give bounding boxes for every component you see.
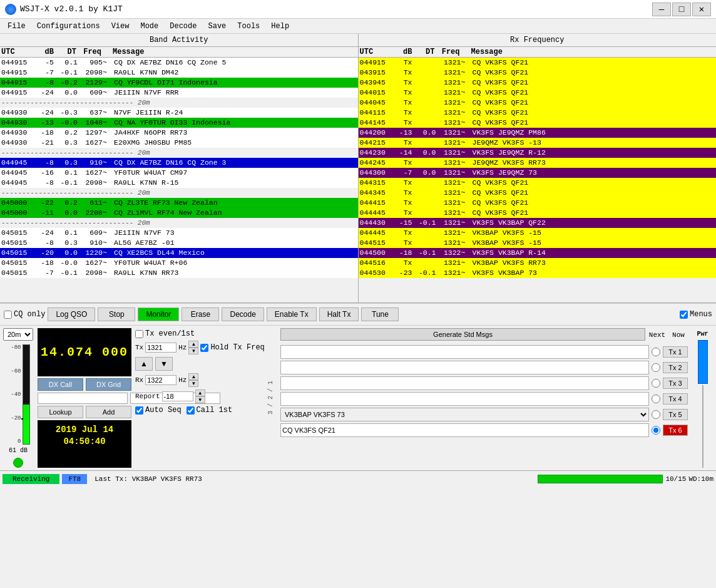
table-row[interactable]: -------------------------------- 20m <box>0 148 358 158</box>
tx4-button[interactable]: Tx 4 <box>663 393 688 405</box>
rx-freq-up[interactable]: ▲ <box>188 373 198 380</box>
tx5-select[interactable]: VK3BAP VK3FS 73 <box>280 408 649 421</box>
menu-file[interactable]: File <box>3 21 31 32</box>
minimize-button[interactable]: — <box>652 3 671 16</box>
table-row[interactable]: 044915 -7 -0.1 2098 ~ RA9LL K7NN DM42 <box>0 68 358 78</box>
tx1-button[interactable]: Tx 1 <box>663 346 688 358</box>
table-row[interactable]: 044930 -13 -0.0 1048 ~ CQ NA YF0TUR OI33… <box>0 118 358 128</box>
table-row[interactable]: 045000 -22 0.2 611 ~ CQ ZL3TE RF73 New Z… <box>0 198 358 208</box>
generate-std-msgs-button[interactable]: Generate Std Msgs <box>280 328 645 341</box>
tx-even-checkbox[interactable] <box>135 330 143 338</box>
table-row[interactable]: 044300 -7 0.0 1321 ~ VK3FS JE9QMZ 73 <box>359 168 717 178</box>
tx1-radio[interactable] <box>652 348 660 356</box>
table-row[interactable]: 044200 -13 0.0 1321 ~ VK3FS JE9QMZ PM86 <box>359 128 717 138</box>
menus-checkbox[interactable] <box>680 311 688 319</box>
menu-configurations[interactable]: Configurations <box>32 21 105 32</box>
table-row[interactable]: 045015 -20 0.0 1220 ~ CQ XE2BCS DL44 Mex… <box>0 248 358 258</box>
tx-even-label[interactable]: Tx even/1st <box>135 329 260 338</box>
monitor-button[interactable]: Monitor <box>138 307 179 321</box>
decode-button[interactable]: Decode <box>222 307 263 321</box>
menu-decode[interactable]: Decode <box>165 21 202 32</box>
table-row[interactable]: 044930 -21 0.3 1627 ~ E20XMG JH0SBU PM85 <box>0 138 358 148</box>
tx3-radio[interactable] <box>652 379 660 388</box>
tx6-input[interactable] <box>280 423 649 437</box>
tx2-input[interactable] <box>280 361 649 374</box>
table-row[interactable]: 044915 -24 0.0 609 ~ JE1IIN N7VF RRR <box>0 88 358 98</box>
freq-up-button[interactable]: ▲ <box>135 357 153 371</box>
band-select[interactable]: 20m <box>3 328 33 341</box>
table-row[interactable]: 044515 Tx 1321 ~ VK3BAP VK3FS -15 <box>359 238 717 248</box>
rx-freq-down[interactable]: ▼ <box>188 380 198 387</box>
table-row[interactable]: 044345 Tx 1321 ~ CQ VK3FS QF21 <box>359 188 717 198</box>
add-button[interactable]: Add <box>86 406 131 418</box>
tx2-button[interactable]: Tx 2 <box>663 362 688 373</box>
table-row[interactable]: 044530 -23 -0.1 1321 ~ VK3FS VK3BAP 73 <box>359 268 717 278</box>
table-row[interactable]: 044245 Tx 1321 ~ JE9QMZ VK3FS RR73 <box>359 158 717 168</box>
table-row[interactable]: 044445 Tx 1321 ~ VK3BAP VK3FS -15 <box>359 228 717 238</box>
tx1-input[interactable] <box>280 345 649 359</box>
close-button[interactable]: ✕ <box>692 3 711 16</box>
table-row[interactable]: 045015 -8 0.3 910 ~ AL5G AE7BZ -01 <box>0 238 358 248</box>
tx-freq-up[interactable]: ▲ <box>188 341 198 348</box>
table-row[interactable]: 044415 Tx 1321 ~ CQ VK3FS QF21 <box>359 198 717 208</box>
rx-frequency-scroll[interactable]: 044915 Tx 1321 ~ CQ VK3FS QF21 043915 Tx… <box>359 58 717 302</box>
table-row[interactable]: 044430 -15 -0.1 1321 ~ VK3FS VK3BAP QF22 <box>359 218 717 228</box>
tx4-radio[interactable] <box>652 395 660 403</box>
table-row[interactable]: 045015 -24 0.1 609 ~ JE1IIN N7VF 73 <box>0 228 358 238</box>
table-row[interactable]: 044915 Tx 1321 ~ CQ VK3FS QF21 <box>359 58 717 68</box>
hold-tx-freq-label[interactable]: Hold Tx Freq <box>200 343 264 352</box>
pwr-slider[interactable] <box>698 340 708 384</box>
freq-down-button[interactable]: ▼ <box>155 357 173 371</box>
dx-call-input[interactable] <box>38 393 128 404</box>
tx2-radio[interactable] <box>652 363 660 372</box>
table-row[interactable]: -------------------------------- 20m <box>0 188 358 198</box>
stop-button[interactable]: Stop <box>98 307 135 321</box>
table-row[interactable]: 045015 -18 -0.0 1627 ~ YF0TUR W4UAT R+06 <box>0 258 358 268</box>
rx-freq-input[interactable] <box>145 375 176 385</box>
table-row[interactable]: 044215 Tx 1321 ~ JE9QMZ VK3FS -13 <box>359 138 717 148</box>
report-up[interactable]: ▲ <box>195 389 205 396</box>
menus-label[interactable]: Menus <box>680 310 712 319</box>
menu-help[interactable]: Help <box>266 21 294 32</box>
menu-view[interactable]: View <box>106 21 135 32</box>
tx6-button[interactable]: Tx 6 <box>663 425 688 436</box>
dx-grid-button[interactable]: DX Grid <box>86 378 131 391</box>
table-row[interactable]: 044516 Tx 1321 ~ VK3BAP VK3FS RR73 <box>359 258 717 268</box>
table-row[interactable]: 044915 -8 -0.2 2129 ~ CQ YF9CDL OI71 Ind… <box>0 78 358 88</box>
tx6-radio[interactable] <box>652 426 660 435</box>
table-row[interactable]: 043945 Tx 1321 ~ CQ VK3FS QF21 <box>359 78 717 88</box>
log-qso-button[interactable]: Log QSO <box>48 307 95 321</box>
table-row[interactable]: 044015 Tx 1321 ~ CQ VK3FS QF21 <box>359 88 717 98</box>
tx3-input[interactable] <box>280 376 649 390</box>
table-row[interactable]: 044945 -16 0.1 1627 ~ YF0TUR W4UAT CM97 <box>0 168 358 178</box>
table-row[interactable]: 044915 -5 0.1 905 ~ CQ DX AE7BZ DN16 CQ … <box>0 58 358 68</box>
table-row[interactable]: 044945 -8 -0.1 2098 ~ RA9LL K7NN R-15 <box>0 178 358 188</box>
lookup-button[interactable]: Lookup <box>38 406 83 418</box>
table-row[interactable]: 044145 Tx 1321 ~ CQ VK3FS QF21 <box>359 118 717 128</box>
cq-only-label[interactable]: CQ only <box>4 310 45 319</box>
dx-call-button[interactable]: DX Call <box>38 378 83 391</box>
tx5-button[interactable]: Tx 5 <box>663 409 688 420</box>
tx-freq-down[interactable]: ▼ <box>188 348 198 354</box>
menu-mode[interactable]: Mode <box>135 21 163 32</box>
table-row[interactable]: -------------------------------- 20m <box>0 218 358 228</box>
menu-tools[interactable]: Tools <box>232 21 265 32</box>
table-row[interactable]: 044045 Tx 1321 ~ CQ VK3FS QF21 <box>359 98 717 108</box>
table-row[interactable]: 044115 Tx 1321 ~ CQ VK3FS QF21 <box>359 108 717 118</box>
enable-tx-button[interactable]: Enable Tx <box>267 307 317 321</box>
tx3-button[interactable]: Tx 3 <box>663 378 688 389</box>
table-row[interactable]: 044930 -18 0.2 1297 ~ JA4HXF N6OPR RR73 <box>0 128 358 138</box>
table-row[interactable]: 044445 Tx 1321 ~ CQ VK3FS QF21 <box>359 208 717 218</box>
table-row[interactable]: 045015 -7 -0.1 2098 ~ RA9LL K7NN RR73 <box>0 268 358 278</box>
auto-seq-label[interactable]: Auto Seq <box>135 406 182 415</box>
halt-tx-button[interactable]: Halt Tx <box>319 307 359 321</box>
table-row[interactable]: 044945 -8 0.3 910 ~ CQ DX AE7BZ DN16 CQ … <box>0 158 358 168</box>
band-activity-scroll[interactable]: 044915 -5 0.1 905 ~ CQ DX AE7BZ DN16 CQ … <box>0 58 358 302</box>
call-1st-label[interactable]: Call 1st <box>187 406 233 415</box>
report-down[interactable]: ▼ <box>195 396 205 403</box>
hold-tx-freq-checkbox[interactable] <box>200 344 208 352</box>
erase-button[interactable]: Erase <box>182 307 219 321</box>
maximize-button[interactable]: □ <box>672 3 691 16</box>
auto-seq-checkbox[interactable] <box>135 406 143 415</box>
tx-freq-input[interactable] <box>145 343 176 353</box>
